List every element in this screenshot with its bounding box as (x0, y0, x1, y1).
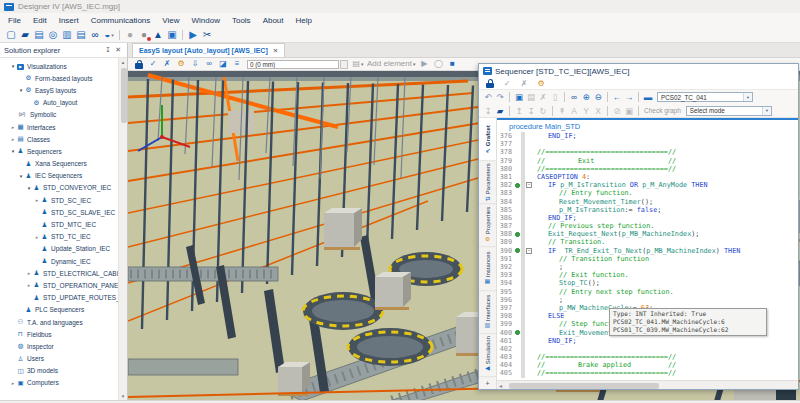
fold-margin[interactable] (525, 230, 533, 238)
frame-icon[interactable]: ▣ (623, 105, 635, 117)
fold-margin[interactable] (525, 353, 533, 361)
tab-grafcet[interactable]: ↖Grafcet (479, 118, 496, 161)
add-element-label[interactable]: Add element▾ (365, 59, 417, 70)
scroll-down-icon[interactable]: ▾ (119, 393, 127, 399)
fold-margin[interactable] (525, 263, 533, 271)
fold-margin[interactable] (525, 288, 533, 296)
menu-item-view[interactable]: View (156, 16, 185, 25)
copy-icon[interactable]: ▣ (513, 91, 525, 103)
fold-margin[interactable] (525, 148, 533, 156)
fold-margin[interactable] (525, 189, 533, 197)
export-icon[interactable]: ▶ (186, 28, 200, 41)
breakpoint-margin[interactable] (513, 157, 521, 165)
tree-item-users[interactable]: ♙Users (0, 353, 118, 365)
fold-margin[interactable] (525, 140, 533, 148)
mode-select[interactable]: Select mode ▾ (686, 106, 772, 116)
chevron-down-icon[interactable]: ▾ (743, 93, 752, 101)
tab-interfaces[interactable]: ▥Interfaces (479, 291, 496, 334)
align-top-icon[interactable]: ↟ (556, 105, 568, 117)
breakpoint-margin[interactable] (513, 369, 521, 377)
scrollbar-thumb[interactable] (121, 68, 127, 123)
tab-easys-layout[interactable]: EasyS layout [Auto_layout] [AWS_IEC] ✕ (132, 43, 285, 57)
tree-item-auto-layout[interactable]: ⚙Auto_layout (0, 97, 118, 109)
list-icon[interactable]: ≡ (230, 59, 244, 70)
tree-item-sequencers[interactable]: ▾♟Sequencers (0, 145, 118, 157)
offline-status-icon[interactable]: ● (137, 28, 151, 41)
code-line[interactable]: 381CASEOPTION 4: (497, 173, 798, 181)
move-up-icon[interactable]: ↥ (513, 105, 525, 117)
measure-options-button[interactable] (340, 60, 348, 69)
fold-margin[interactable] (525, 157, 533, 165)
tree-item-iec-sequencers[interactable]: ▾♟IEC Sequencers (0, 170, 118, 182)
close-icon[interactable]: ✕ (113, 46, 123, 54)
fold-collapse-icon[interactable]: − (526, 248, 532, 254)
breakpoint-margin[interactable] (513, 165, 521, 173)
fold-collapse-icon[interactable]: − (526, 182, 532, 188)
tree-item-std-conveyor-iec[interactable]: ▾♟STD_CONVEYOR_IEC (0, 182, 118, 194)
fold-margin[interactable] (525, 214, 533, 222)
breakpoint-margin[interactable] (513, 263, 521, 271)
alarms-icon[interactable]: ▲ (151, 28, 165, 41)
code-line[interactable]: 383// Entry function. (497, 189, 798, 197)
step-number-icon[interactable]: ↧ (482, 105, 494, 117)
breakpoint-margin[interactable] (513, 132, 521, 140)
tree-item-plc-sequencers[interactable]: ♟PLC Sequencers (0, 304, 118, 316)
align-a-icon[interactable]: A (568, 105, 580, 117)
find-icon[interactable]: ∞ (568, 91, 580, 103)
menu-item-file[interactable]: File (2, 16, 27, 25)
fold-margin[interactable] (525, 238, 533, 246)
apply-icon[interactable]: ✓ (146, 59, 160, 70)
code-line[interactable]: 393// Exit function. (497, 271, 798, 279)
panel-b-icon[interactable]: ▤ (74, 28, 88, 41)
breakpoint-margin[interactable] (513, 312, 521, 320)
navigate-forward-icon[interactable]: → (623, 91, 635, 103)
scroll-up-icon[interactable]: ▴ (119, 59, 127, 65)
snap-icon[interactable]: ◪ (216, 59, 230, 70)
code-line[interactable]: 402 (497, 345, 798, 353)
info-icon[interactable]: ◎ (46, 28, 60, 41)
menu-item-communications[interactable]: Communications (85, 16, 157, 25)
fold-margin[interactable] (525, 312, 533, 320)
breakpoint-margin[interactable] (513, 173, 521, 181)
breakpoint-margin[interactable] (513, 279, 521, 287)
tree-item-std-update-routes-iec[interactable]: ♟STD_UPDATE_ROUTES_IEC (0, 292, 118, 304)
code-line[interactable]: 396; (497, 296, 798, 304)
tree-item-t-a-and-languages[interactable]: ⚇T.A. and languages (0, 316, 118, 328)
code-hscrollbar[interactable]: ◂ (497, 380, 798, 389)
fold-margin[interactable] (525, 206, 533, 214)
record-icon[interactable]: ◯ (431, 59, 445, 70)
fold-margin[interactable] (525, 296, 533, 304)
code-editor[interactable]: 376END_IF;377378//======================… (497, 132, 798, 380)
tab-properties[interactable]: ⚙Properties (479, 204, 496, 247)
redo-icon[interactable]: ↷ (494, 91, 506, 103)
delete-icon[interactable]: ▯ (549, 91, 561, 103)
code-line[interactable]: 384Reset_Movement_Timer(); (497, 198, 798, 206)
code-line[interactable]: 395// Entry next step function. (497, 288, 798, 296)
layers-icon[interactable]: ▤▾ (351, 59, 365, 70)
breakpoint-margin[interactable] (513, 148, 521, 156)
breakpoint-margin[interactable] (513, 345, 521, 353)
fold-margin[interactable] (525, 304, 533, 312)
menu-item-window[interactable]: Window (185, 16, 225, 25)
move-down-icon[interactable]: ↧ (525, 105, 537, 117)
menu-item-insert[interactable]: Insert (53, 16, 85, 25)
tree-item-symbolic[interactable]: (x²)Symbolic (0, 109, 118, 121)
hscrollbar-thumb[interactable] (509, 383, 659, 389)
paste-icon[interactable]: ▤ (525, 91, 537, 103)
tab-parameters[interactable]: ⇅Parameters (479, 161, 496, 204)
link-icon[interactable]: ∞ (202, 59, 216, 70)
new-project-icon[interactable]: ▢ (4, 28, 18, 41)
collapse-icon[interactable]: ▬ (642, 91, 654, 103)
measure-input[interactable] (247, 60, 339, 69)
fold-margin[interactable]: − (525, 181, 533, 189)
breakpoint-margin[interactable] (513, 181, 521, 189)
code-line[interactable]: 379// Exit // (497, 157, 798, 165)
pin-icon[interactable]: ↧ (103, 46, 113, 54)
align-y-icon[interactable]: Y (580, 105, 592, 117)
tree-item-xana-sequencers[interactable]: ♟Xana Sequencers (0, 158, 118, 170)
breakpoint-margin[interactable] (513, 288, 521, 296)
tree-item-3d-models[interactable]: ◫3D models (0, 365, 118, 377)
panel-library-icon[interactable]: ▤ (32, 28, 46, 41)
sidebar-scrollbar[interactable]: ▴ ▾ (118, 58, 127, 400)
code-line[interactable]: 405//==============================// (497, 369, 798, 377)
